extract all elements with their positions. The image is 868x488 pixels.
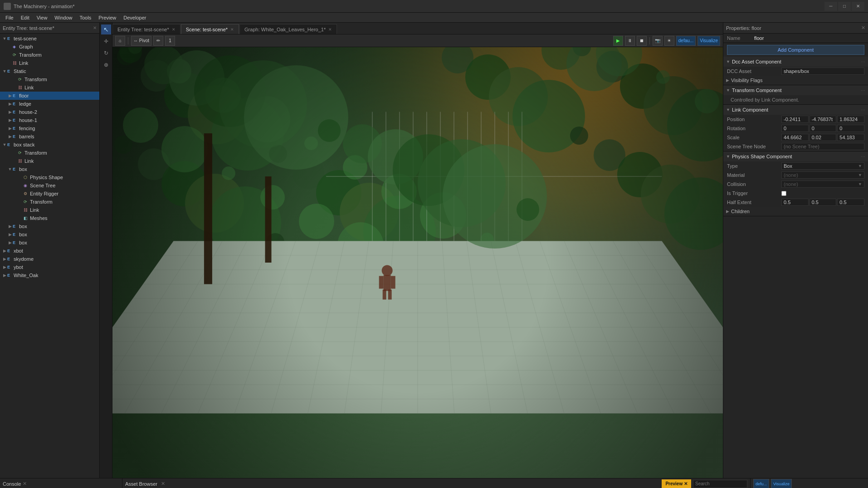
tree-item-graph[interactable]: ◈ Graph bbox=[0, 43, 99, 51]
menu-file[interactable]: File bbox=[2, 14, 17, 21]
pause-button[interactable]: ⏸ bbox=[625, 36, 635, 46]
tab-scene-close[interactable]: ✕ bbox=[230, 27, 234, 32]
tree-item-box2[interactable]: ▶ E box bbox=[0, 222, 99, 230]
tree-item-fencing[interactable]: ▶ E fencing bbox=[0, 124, 99, 132]
tree-item-static[interactable]: ▼ E Static bbox=[0, 67, 99, 75]
tree-item-boxstack[interactable]: ▼ E box stack bbox=[0, 141, 99, 149]
position-x[interactable]: -0.2411 bbox=[781, 116, 809, 123]
position-z[interactable]: 1.86324 bbox=[837, 116, 864, 123]
maximize-button[interactable]: □ bbox=[838, 2, 851, 11]
tree-item-house2[interactable]: ▶ E house-2 bbox=[0, 108, 99, 116]
is-trigger-checkbox[interactable] bbox=[781, 191, 786, 196]
rotate-tool-button[interactable]: ↻ bbox=[101, 48, 111, 58]
close-button[interactable]: ✕ bbox=[852, 2, 864, 11]
pivot-button[interactable]: ↔ Pivot bbox=[131, 36, 151, 46]
rotation-z[interactable]: 0 bbox=[837, 125, 864, 132]
brush-button[interactable]: ✏ bbox=[153, 36, 163, 46]
menu-window[interactable]: Window bbox=[51, 14, 76, 21]
tree-item-box-main[interactable]: ▼ E box bbox=[0, 165, 99, 173]
menu-tools[interactable]: Tools bbox=[76, 14, 95, 21]
dcc-asset-header[interactable]: ▼ Dcc Asset Component ⋯ bbox=[723, 57, 868, 67]
tree-item-box4[interactable]: ▶ E box bbox=[0, 239, 99, 247]
asset-browser-close[interactable]: ✕ bbox=[161, 481, 165, 487]
tree-item-scene-tree[interactable]: ◉ Scene Tree bbox=[0, 181, 99, 190]
half-extent-z[interactable]: 0.5 bbox=[837, 199, 864, 206]
visualize-button[interactable]: Visualize bbox=[697, 36, 720, 46]
home-button[interactable]: ⌂ bbox=[115, 36, 125, 46]
menu-developer[interactable]: Developer bbox=[120, 14, 150, 21]
rotation-x[interactable]: 0 bbox=[781, 125, 809, 132]
half-extent-y[interactable]: 0.5 bbox=[809, 199, 837, 206]
tree-item-box3[interactable]: ▶ E box bbox=[0, 230, 99, 239]
tab-scene[interactable]: Scene: test-scene* ✕ bbox=[181, 24, 239, 34]
preview-button[interactable]: Preview ✕ bbox=[662, 479, 691, 488]
add-component-button[interactable]: Add Component bbox=[727, 45, 864, 55]
tree-item-transform-static[interactable]: ⟳ Transform bbox=[0, 75, 99, 83]
children-header[interactable]: ▶ Children bbox=[723, 207, 868, 216]
scene-tree-node-value[interactable]: (no Scene Tree) bbox=[781, 143, 864, 150]
console-close[interactable]: ✕ bbox=[23, 481, 27, 487]
position-y[interactable]: -4.76837t bbox=[809, 116, 837, 123]
menu-preview[interactable]: Preview bbox=[95, 14, 120, 21]
tree-item-entity-rigger[interactable]: ⚙ Entity Rigger bbox=[0, 190, 99, 198]
tree-item-test-scene[interactable]: ▼ E test-scene bbox=[0, 34, 99, 43]
scene-viewport[interactable] bbox=[112, 47, 723, 478]
minimize-button[interactable]: ─ bbox=[824, 2, 837, 11]
entity-tree-close[interactable]: ✕ bbox=[93, 25, 97, 30]
transform-header[interactable]: ▼ Transform Component ⋯ bbox=[723, 85, 868, 95]
tree-item-meshes[interactable]: ◧ Meshes bbox=[0, 214, 99, 222]
tree-label: skydome bbox=[14, 256, 34, 262]
scale-y[interactable]: 0.02 bbox=[809, 134, 837, 141]
asset-search-input[interactable] bbox=[693, 480, 747, 488]
tree-item-transform-box[interactable]: ⟳ Transform bbox=[0, 198, 99, 206]
mini-default-button[interactable]: defu... bbox=[753, 479, 769, 488]
dcc-menu[interactable]: ⋯ bbox=[861, 59, 865, 64]
tree-item-barrels[interactable]: ▶ E barrels bbox=[0, 132, 99, 141]
select-tool-button[interactable]: ↖ bbox=[101, 24, 111, 34]
scale-x[interactable]: 44.6662 bbox=[781, 134, 809, 141]
mini-visualize-button[interactable]: Visualize bbox=[771, 479, 792, 488]
tab-entity-tree[interactable]: Entity Tree: test-scene* ✕ bbox=[112, 24, 180, 34]
type-dropdown[interactable]: Box ▼ bbox=[781, 162, 864, 170]
tree-item-link-static[interactable]: ⛓ Link bbox=[0, 83, 99, 92]
transform-menu[interactable]: ⋯ bbox=[861, 88, 865, 93]
menu-edit[interactable]: Edit bbox=[17, 14, 33, 21]
tree-item-ybot[interactable]: ▶ E ybot bbox=[0, 263, 99, 271]
physics-shape-header[interactable]: ▼ Physics Shape Component ⋯ bbox=[723, 151, 868, 161]
scale-tool-button[interactable]: ⊕ bbox=[101, 60, 111, 70]
material-dropdown[interactable]: (none) ▼ bbox=[781, 171, 864, 179]
tree-item-physics-shape[interactable]: ⬡ Physics Shape bbox=[0, 173, 99, 181]
move-tool-button[interactable]: ✛ bbox=[101, 36, 111, 46]
tree-item-transform-bs[interactable]: ⟳ Transform bbox=[0, 149, 99, 157]
properties-close[interactable]: ✕ bbox=[861, 25, 865, 31]
menu-view[interactable]: View bbox=[33, 14, 51, 21]
collision-dropdown[interactable]: (none) ▼ bbox=[781, 181, 864, 188]
visibility-flags-header[interactable]: ▶ Visibility Flags bbox=[723, 76, 868, 85]
camera-button[interactable]: 📷 bbox=[653, 36, 663, 46]
physics-menu[interactable]: ⋯ bbox=[861, 154, 865, 159]
dcc-asset-value[interactable]: shapes/box bbox=[781, 68, 864, 75]
light-button[interactable]: ☀ bbox=[664, 36, 674, 46]
stop-button[interactable]: ⏹ bbox=[637, 36, 647, 46]
scale-z[interactable]: 54.183 bbox=[837, 134, 864, 141]
tree-item-white-oak[interactable]: ▶ E White_Oak bbox=[0, 271, 99, 279]
rotation-y[interactable]: 0 bbox=[809, 125, 837, 132]
tree-item-link-box[interactable]: ⛓ Link bbox=[0, 206, 99, 214]
play-button[interactable]: ▶ bbox=[613, 36, 623, 46]
tab-graph-close[interactable]: ✕ bbox=[328, 27, 332, 32]
tree-item-house1[interactable]: ▶ E house-1 bbox=[0, 116, 99, 124]
link-header[interactable]: ▼ Link Component ⋯ bbox=[723, 105, 868, 115]
link-menu[interactable]: ⋯ bbox=[861, 107, 865, 112]
default-shading-button[interactable]: defau... bbox=[676, 36, 696, 46]
tree-item-xbot[interactable]: ▶ E xbot bbox=[0, 247, 99, 255]
tree-item-skydome[interactable]: ▶ E skydome bbox=[0, 255, 99, 263]
tree-item-transform-root[interactable]: ⟳ Transform bbox=[0, 51, 99, 59]
half-extent-x[interactable]: 0.5 bbox=[781, 199, 809, 206]
number-button[interactable]: 1 bbox=[165, 36, 175, 46]
tree-item-floor[interactable]: ▶ E floor bbox=[0, 92, 99, 100]
tree-item-ledge[interactable]: ▶ E ledge bbox=[0, 100, 99, 108]
tree-item-link-bs[interactable]: ⛓ Link bbox=[0, 157, 99, 165]
tree-item-link-root[interactable]: ⛓ Link bbox=[0, 59, 99, 67]
tab-graph[interactable]: Graph: White_Oak_Leaves_Hero_1* ✕ bbox=[239, 24, 337, 34]
tab-entity-tree-close[interactable]: ✕ bbox=[172, 27, 176, 32]
